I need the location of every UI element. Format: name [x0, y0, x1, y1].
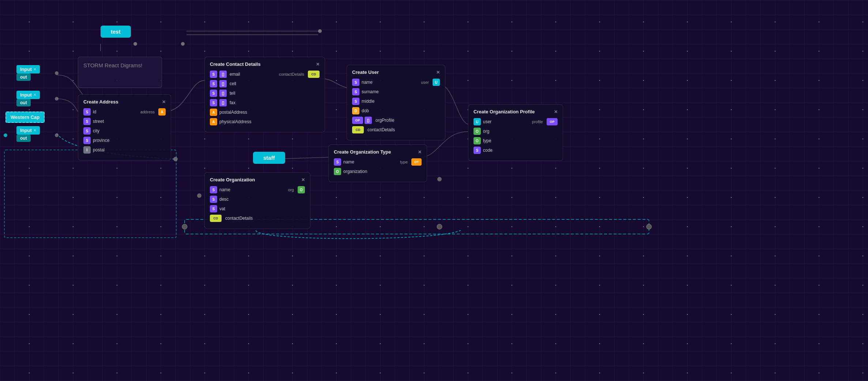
org-row-desc: S desc [210, 196, 305, 203]
contact-row-postal: A postalAddress [210, 109, 320, 116]
close-icon-3[interactable]: ✕ [33, 128, 36, 132]
badge-ot-type: OT [411, 158, 422, 166]
badge-s-orgprofile-code: S [473, 147, 481, 154]
close-icon-2[interactable]: ✕ [33, 93, 36, 97]
diagram-canvas[interactable]: test staff STORM React Digrams! Input ✕ … [0, 0, 868, 381]
badge-s-fax: S [210, 99, 217, 106]
org-row-vat: S vat [210, 205, 305, 212]
out-badge-2: out [16, 99, 31, 106]
user-row-middle: S middle [352, 98, 440, 105]
badge-s-street: S [83, 118, 91, 125]
create-user-panel[interactable]: Create User ✕ S name user U S surname S … [347, 65, 445, 140]
create-org-profile-panel[interactable]: Create Organization Profile ✕ U user pro… [468, 104, 563, 161]
svg-point-13 [437, 224, 442, 229]
orgprofile-row-org: O org [473, 128, 558, 135]
input-out-node-1[interactable]: Input ✕ out [16, 65, 40, 80]
create-address-panel[interactable]: Create Address ✕ S id address A S street… [78, 94, 171, 161]
svg-point-7 [133, 42, 137, 46]
address-row-street: S street [83, 118, 166, 125]
badge-s-middle: S [352, 98, 359, 105]
svg-point-5 [173, 157, 178, 161]
create-organization-panel[interactable]: Create Organization ✕ S name org O S des… [204, 172, 310, 229]
badge-s-org-desc: S [210, 196, 217, 203]
svg-point-16 [55, 71, 59, 75]
staff-pill-node[interactable]: staff [253, 152, 285, 164]
create-org-type-panel[interactable]: Create Organization Type ✕ S name type O… [328, 144, 427, 182]
input-badge-2[interactable]: Input ✕ [16, 91, 40, 99]
badge-s-org-vat: S [210, 205, 217, 212]
close-user-button[interactable]: ✕ [436, 70, 440, 75]
user-row-dob: D dob [352, 107, 440, 114]
create-contact-title: Create Contact Details ✕ [210, 61, 320, 67]
out-badge-1: out [16, 73, 31, 81]
svg-point-18 [55, 133, 59, 137]
org-type-row-name: S name type OT [334, 158, 422, 166]
create-org-profile-title: Create Organization Profile ✕ [473, 109, 558, 114]
badge-cd-user: CD [352, 126, 364, 133]
svg-rect-2 [4, 150, 176, 238]
badge-s-city: S [83, 127, 91, 135]
test-pill-node[interactable]: test [101, 26, 131, 38]
badge-s-id: S [83, 108, 91, 116]
org-row-name: S name org O [210, 186, 305, 193]
badge-i-postal: I [83, 146, 91, 154]
svg-point-9 [318, 29, 322, 33]
badge-u-user: U [433, 79, 440, 86]
badge-s-tell: S [210, 90, 217, 97]
svg-point-19 [4, 133, 7, 137]
orgprofile-row-user: U user profile OP [473, 118, 558, 125]
bracket-email: [] [219, 71, 227, 78]
badge-cd-org: CD [210, 215, 222, 222]
badge-u-orgprofile: U [473, 118, 481, 125]
contact-row-fax: S [] fax [210, 99, 320, 106]
badge-o-org: O [334, 168, 341, 175]
user-row-contactdetails: CD contactDetails [352, 126, 440, 133]
svg-point-4 [197, 193, 201, 198]
storm-text-node: STORM React Digrams! [78, 57, 162, 88]
bracket-cell: [] [219, 80, 227, 87]
test-label: test [101, 26, 131, 38]
org-type-row-org: O organization [334, 168, 422, 175]
op-bracket-badge: OP [] [352, 117, 372, 124]
org-row-contact: CD contactDetails [210, 215, 305, 222]
close-org-profile-button[interactable]: ✕ [554, 109, 558, 114]
user-row-name: S name user U [352, 79, 440, 86]
svg-point-15 [437, 177, 442, 181]
badge-op-profile: OP [547, 118, 558, 125]
badge-s-cell: S [210, 80, 217, 87]
bracket-fax: [] [219, 99, 227, 106]
close-contact-button[interactable]: ✕ [316, 62, 320, 67]
contact-row-cell: S [] cell [210, 80, 320, 87]
input-label-3: Input [20, 128, 32, 133]
western-cap-node[interactable]: Western Cap [5, 112, 45, 123]
close-address-button[interactable]: ✕ [162, 99, 166, 105]
badge-o-orgprofile-org: O [473, 128, 481, 135]
out-badge-3: out [16, 135, 31, 142]
contact-row-physical: A physicalAddress [210, 118, 320, 125]
svg-point-8 [181, 42, 185, 46]
svg-point-12 [182, 224, 187, 229]
western-cap-label: Western Cap [5, 112, 45, 123]
contact-row-tell: S [] tell [210, 90, 320, 97]
create-org-type-title: Create Organization Type ✕ [334, 149, 422, 155]
create-contact-details-panel[interactable]: Create Contact Details ✕ S [] email cont… [204, 57, 325, 132]
bracket-tell: [] [219, 90, 227, 97]
address-row-id: S id address A [83, 108, 166, 116]
user-row-orgprofile: OP [] orgProfile [352, 117, 440, 124]
cd-badge-contact: CD [308, 71, 320, 78]
badge-s-province: S [83, 137, 91, 144]
address-row-province: S province [83, 137, 166, 144]
close-org-type-button[interactable]: ✕ [418, 150, 422, 155]
bracket-orgprofile: [] [365, 117, 372, 124]
contact-row-email: S [] email contactDetails CD [210, 71, 320, 78]
input-label-2: Input [20, 92, 32, 98]
badge-s-name: S [352, 79, 359, 86]
badge-o-org-out: O [298, 186, 305, 193]
close-icon-1[interactable]: ✕ [33, 67, 36, 71]
input-out-node-3[interactable]: Input ✕ out [16, 126, 40, 141]
badge-a-physical: A [210, 118, 217, 125]
close-org-button[interactable]: ✕ [301, 177, 305, 182]
input-badge-1[interactable]: Input ✕ [16, 65, 40, 73]
input-out-node-2[interactable]: Input ✕ out [16, 91, 40, 105]
input-badge-3[interactable]: Input ✕ [16, 126, 40, 135]
